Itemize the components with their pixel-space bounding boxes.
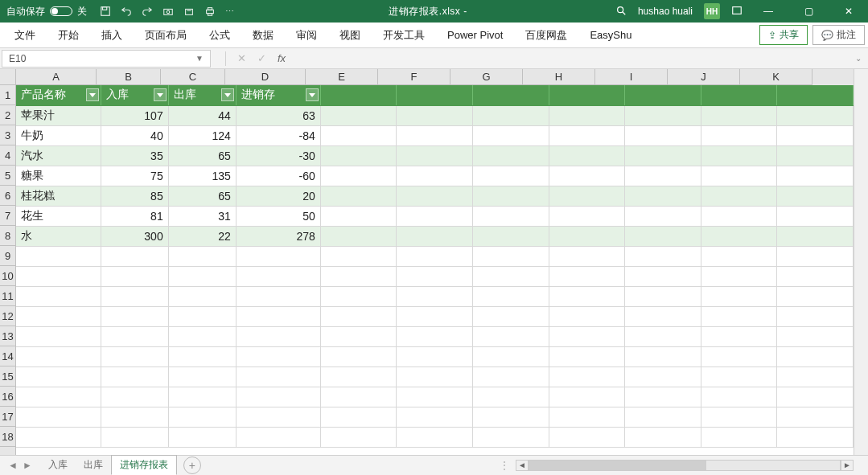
column-header[interactable]: H: [523, 69, 595, 85]
ribbon-tab-data[interactable]: 数据: [241, 23, 285, 48]
cell[interactable]: [397, 286, 473, 306]
cell[interactable]: [473, 306, 549, 326]
cell[interactable]: [777, 427, 854, 447]
cell[interactable]: [701, 286, 777, 306]
cell[interactable]: [473, 226, 549, 246]
cell[interactable]: -60: [236, 166, 320, 186]
cell[interactable]: [777, 407, 854, 427]
table-header-cell[interactable]: 进销存: [236, 85, 320, 105]
row-header[interactable]: 16: [0, 387, 15, 407]
cell[interactable]: [397, 226, 473, 246]
cell[interactable]: [473, 206, 549, 226]
cell[interactable]: [473, 366, 549, 387]
cell[interactable]: [236, 346, 320, 366]
column-header[interactable]: A: [16, 69, 97, 85]
cell[interactable]: [397, 366, 473, 387]
sheet-tab[interactable]: 出库: [76, 456, 111, 474]
cell[interactable]: [320, 427, 397, 447]
cell[interactable]: 35: [101, 145, 168, 166]
cell[interactable]: [473, 427, 549, 447]
cell[interactable]: [625, 306, 701, 326]
cell[interactable]: [397, 326, 473, 346]
cell[interactable]: 花生: [16, 206, 101, 226]
cell[interactable]: 汽水: [16, 145, 101, 166]
cell[interactable]: [397, 166, 473, 186]
cell[interactable]: [320, 145, 397, 166]
table-header-cell[interactable]: 产品名称: [16, 85, 101, 105]
row-header[interactable]: 18: [0, 427, 15, 447]
cell[interactable]: [473, 266, 549, 286]
cell[interactable]: [701, 186, 777, 206]
cell[interactable]: [473, 326, 549, 346]
cell[interactable]: [549, 125, 625, 145]
cell[interactable]: [101, 407, 168, 427]
cell[interactable]: [397, 186, 473, 206]
cell[interactable]: [236, 326, 320, 346]
cell[interactable]: [168, 286, 236, 306]
cell[interactable]: 65: [168, 186, 236, 206]
cell[interactable]: 桂花糕: [16, 186, 101, 206]
cell[interactable]: -84: [236, 125, 320, 145]
vertical-scrollbar[interactable]: [854, 69, 868, 455]
cell[interactable]: [320, 85, 397, 105]
cell[interactable]: [101, 427, 168, 447]
split-handle[interactable]: ⋮: [493, 460, 516, 471]
cell[interactable]: [625, 326, 701, 346]
cell[interactable]: [320, 206, 397, 226]
cell[interactable]: [101, 246, 168, 266]
cell[interactable]: [320, 326, 397, 346]
cell[interactable]: [16, 306, 101, 326]
row-header[interactable]: 9: [0, 246, 15, 266]
cell[interactable]: [397, 266, 473, 286]
scroll-left-icon[interactable]: ◄: [516, 460, 529, 471]
cell[interactable]: [397, 387, 473, 407]
row-header[interactable]: 4: [0, 145, 15, 166]
cell[interactable]: [701, 326, 777, 346]
cell[interactable]: [101, 306, 168, 326]
filter-dropdown-icon[interactable]: [306, 88, 319, 101]
cell[interactable]: [777, 286, 854, 306]
touch-icon[interactable]: [183, 6, 195, 17]
chevron-down-icon[interactable]: ▼: [195, 54, 204, 63]
cell[interactable]: [777, 326, 854, 346]
row-header[interactable]: 5: [0, 166, 15, 186]
cell[interactable]: [236, 366, 320, 387]
cell[interactable]: [473, 166, 549, 186]
cell[interactable]: [320, 346, 397, 366]
cell[interactable]: [625, 186, 701, 206]
cell[interactable]: [777, 387, 854, 407]
sheet-tab[interactable]: 入库: [40, 456, 76, 474]
cell[interactable]: [473, 85, 549, 105]
cell[interactable]: [777, 85, 854, 105]
ribbon-tab-view[interactable]: 视图: [328, 23, 372, 48]
cell[interactable]: [397, 346, 473, 366]
cell[interactable]: [777, 266, 854, 286]
sheet-nav-next-icon[interactable]: ►: [23, 460, 32, 471]
cell[interactable]: -30: [236, 145, 320, 166]
cell[interactable]: [397, 306, 473, 326]
cell[interactable]: 31: [168, 206, 236, 226]
cell[interactable]: 水: [16, 226, 101, 246]
user-avatar[interactable]: HH: [704, 3, 720, 19]
cell[interactable]: [777, 105, 854, 125]
cell[interactable]: [549, 85, 625, 105]
cell[interactable]: 44: [168, 105, 236, 125]
cell[interactable]: [168, 326, 236, 346]
row-header[interactable]: 7: [0, 206, 15, 226]
row-header[interactable]: 11: [0, 286, 15, 306]
cell[interactable]: [397, 145, 473, 166]
cell[interactable]: [101, 366, 168, 387]
cell[interactable]: [320, 186, 397, 206]
cell[interactable]: [473, 125, 549, 145]
cell[interactable]: [777, 306, 854, 326]
cell[interactable]: [397, 407, 473, 427]
cell[interactable]: [473, 186, 549, 206]
cell[interactable]: [168, 346, 236, 366]
camera-icon[interactable]: [162, 6, 174, 17]
cell[interactable]: 50: [236, 206, 320, 226]
cell[interactable]: [473, 407, 549, 427]
cell[interactable]: [625, 125, 701, 145]
comments-button[interactable]: 💬批注: [812, 25, 865, 45]
cell[interactable]: [701, 427, 777, 447]
cell[interactable]: [168, 387, 236, 407]
